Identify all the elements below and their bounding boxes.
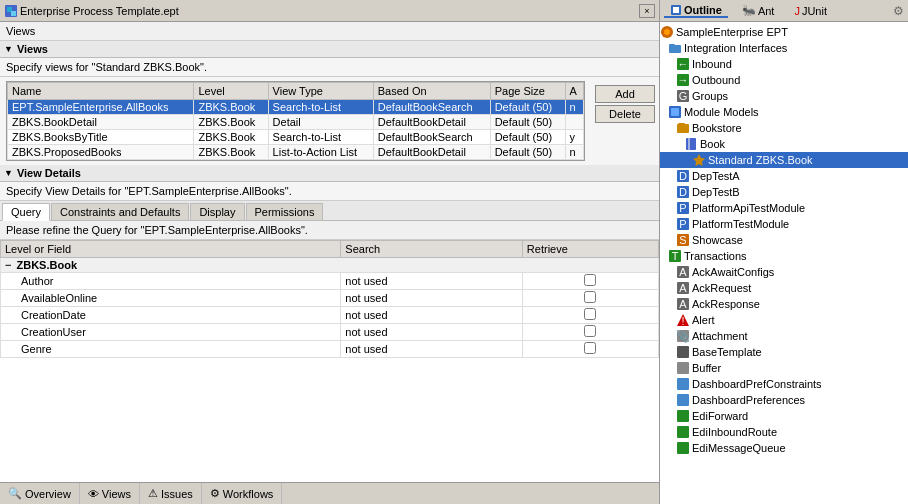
outline-tab-ant[interactable]: 🐜 Ant bbox=[736, 4, 781, 17]
dash-icon bbox=[676, 377, 690, 391]
tree-item-bookstore[interactable]: Bookstore bbox=[660, 120, 908, 136]
query-field-name: Genre bbox=[1, 341, 341, 358]
query-search: not used bbox=[341, 307, 523, 324]
tab-display[interactable]: Display bbox=[190, 203, 244, 220]
tree-item-integration-interfaces[interactable]: Integration Interfaces bbox=[660, 40, 908, 56]
tree-item-label: Outbound bbox=[692, 74, 740, 86]
cell-viewtype: List-to-Action List bbox=[268, 145, 373, 160]
tree-item-inbound[interactable]: ←Inbound bbox=[660, 56, 908, 72]
query-retrieve[interactable] bbox=[522, 341, 658, 358]
tree-item-groups[interactable]: GGroups bbox=[660, 88, 908, 104]
tree-item-basetemplate[interactable]: BaseTemplate bbox=[660, 344, 908, 360]
tree-item-label: Standard ZBKS.Book bbox=[708, 154, 813, 166]
query-table-scroll[interactable]: Level or Field Search Retrieve − ZBKS.Bo… bbox=[0, 240, 659, 482]
tree-item-ediforward[interactable]: EdiForward bbox=[660, 408, 908, 424]
outline-tree[interactable]: SampleEnterprise EPTIntegration Interfac… bbox=[660, 22, 908, 504]
tree-item-label: AckRequest bbox=[692, 282, 751, 294]
query-table-wrapper: Level or Field Search Retrieve − ZBKS.Bo… bbox=[0, 240, 659, 482]
svg-rect-49 bbox=[677, 426, 689, 438]
svg-rect-2 bbox=[11, 11, 16, 16]
outline-tab-junit[interactable]: J JUnit bbox=[788, 5, 833, 17]
tree-item-module-models[interactable]: Module Models bbox=[660, 104, 908, 120]
tree-item-dashboardpreferences[interactable]: DashboardPreferences bbox=[660, 392, 908, 408]
cell-name: ZBKS.BooksByTitle bbox=[8, 130, 194, 145]
tree-item-ackrequest[interactable]: AAckRequest bbox=[660, 280, 908, 296]
view-details-section-header[interactable]: ▼ View Details bbox=[0, 165, 659, 182]
query-table-row: CreationUser not used bbox=[1, 324, 659, 341]
cell-basedon: DefaultBookDetail bbox=[373, 115, 490, 130]
query-retrieve[interactable] bbox=[522, 324, 658, 341]
views-table-row[interactable]: ZBKS.ProposedBooks ZBKS.Book List-to-Act… bbox=[8, 145, 584, 160]
title-text: Enterprise Process Template.ept bbox=[20, 5, 179, 17]
tree-item-attachment[interactable]: 📎Attachment bbox=[660, 328, 908, 344]
tree-item-ediinboundroute[interactable]: EdiInboundRoute bbox=[660, 424, 908, 440]
views-panel: ▼ Views Specify views for "Standard ZBKS… bbox=[0, 41, 659, 165]
tree-item-dashboardprefconstraints[interactable]: DashboardPrefConstraints bbox=[660, 376, 908, 392]
views-table-row[interactable]: ZBKS.BookDetail ZBKS.Book Detail Default… bbox=[8, 115, 584, 130]
query-retrieve[interactable] bbox=[522, 273, 658, 290]
bottom-tab-overview[interactable]: 🔍 Overview bbox=[0, 483, 80, 504]
tree-item-ackresponse[interactable]: AAckResponse bbox=[660, 296, 908, 312]
outline-tab-outline[interactable]: Outline bbox=[664, 4, 728, 18]
tree-item-ackawaitconfigs[interactable]: AAckAwaitConfigs bbox=[660, 264, 908, 280]
tree-item-showcase[interactable]: SShowcase bbox=[660, 232, 908, 248]
tree-item-outbound[interactable]: →Outbound bbox=[660, 72, 908, 88]
tree-item-label: PlatformApiTestModule bbox=[692, 202, 805, 214]
workflows-icon: ⚙ bbox=[210, 487, 220, 500]
top-views-label: Views bbox=[0, 22, 659, 41]
cell-pagesize: Default (50) bbox=[490, 130, 565, 145]
tab-permissions[interactable]: Permissions bbox=[246, 203, 324, 220]
tree-item-label: Transactions bbox=[684, 250, 747, 262]
tree-item-edimessagequeue[interactable]: EdiMessageQueue bbox=[660, 440, 908, 456]
svg-text:P: P bbox=[679, 202, 686, 214]
ant-icon: 🐜 bbox=[742, 4, 756, 17]
tree-item-platformapitestmodule[interactable]: PPlatformApiTestModule bbox=[660, 200, 908, 216]
views-table-row[interactable]: ZBKS.BooksByTitle ZBKS.Book Search-to-Li… bbox=[8, 130, 584, 145]
tab-query[interactable]: Query bbox=[2, 203, 50, 221]
tab-constraints[interactable]: Constraints and Defaults bbox=[51, 203, 189, 220]
base-icon bbox=[676, 345, 690, 359]
overview-label: Overview bbox=[25, 488, 71, 500]
bottom-tab-issues[interactable]: ⚠ Issues bbox=[140, 483, 202, 504]
vd-specify-text: Specify View Details for "EPT.SampleEnte… bbox=[0, 182, 659, 201]
tree-item-buffer[interactable]: Buffer bbox=[660, 360, 908, 376]
add-button[interactable]: Add bbox=[595, 85, 655, 103]
query-retrieve[interactable] bbox=[522, 290, 658, 307]
tree-item-label: AckResponse bbox=[692, 298, 760, 310]
svg-rect-50 bbox=[677, 442, 689, 454]
views-section-header[interactable]: ▼ Views bbox=[0, 41, 659, 58]
bottom-tab-views[interactable]: 👁 Views bbox=[80, 483, 140, 504]
tree-item-alert[interactable]: !Alert bbox=[660, 312, 908, 328]
close-button[interactable]: × bbox=[639, 4, 655, 18]
cell-level: ZBKS.Book bbox=[194, 145, 268, 160]
delete-button[interactable]: Delete bbox=[595, 105, 655, 123]
arrow-out-icon: → bbox=[676, 73, 690, 87]
col-viewtype: View Type bbox=[268, 83, 373, 100]
tree-item-label: EdiInboundRoute bbox=[692, 426, 777, 438]
views-table-row[interactable]: EPT.SampleEnterprise.AllBooks ZBKS.Book … bbox=[8, 100, 584, 115]
cell-a bbox=[565, 115, 583, 130]
tree-item-standard-zbks.book[interactable]: Standard ZBKS.Book bbox=[660, 152, 908, 168]
cell-level: ZBKS.Book bbox=[194, 115, 268, 130]
title-bar: Enterprise Process Template.ept × bbox=[0, 0, 659, 22]
svg-rect-44 bbox=[677, 346, 689, 358]
cell-name: ZBKS.ProposedBooks bbox=[8, 145, 194, 160]
query-retrieve[interactable] bbox=[522, 307, 658, 324]
tree-item-platformtestmodule[interactable]: PPlatformTestModule bbox=[660, 216, 908, 232]
views-content: Name Level View Type Based On Page Size … bbox=[0, 77, 659, 165]
tree-item-book[interactable]: Book bbox=[660, 136, 908, 152]
tree-item-sampleenterprise-ept[interactable]: SampleEnterprise EPT bbox=[660, 24, 908, 40]
book-folder-icon bbox=[676, 121, 690, 135]
transaction-icon: T bbox=[668, 249, 682, 263]
dash-icon bbox=[676, 393, 690, 407]
svg-text:T: T bbox=[672, 250, 679, 262]
tree-item-deptesta[interactable]: DDepTestA bbox=[660, 168, 908, 184]
tree-item-deptestb[interactable]: DDepTestB bbox=[660, 184, 908, 200]
bottom-tab-workflows[interactable]: ⚙ Workflows bbox=[202, 483, 283, 504]
tree-item-transactions[interactable]: TTransactions bbox=[660, 248, 908, 264]
views-table-scroll[interactable]: Name Level View Type Based On Page Size … bbox=[7, 82, 584, 160]
tree-item-label: PlatformTestModule bbox=[692, 218, 789, 230]
svg-text:D: D bbox=[679, 186, 687, 198]
views-table: Name Level View Type Based On Page Size … bbox=[7, 82, 584, 160]
views-buttons: Add Delete bbox=[591, 81, 659, 161]
